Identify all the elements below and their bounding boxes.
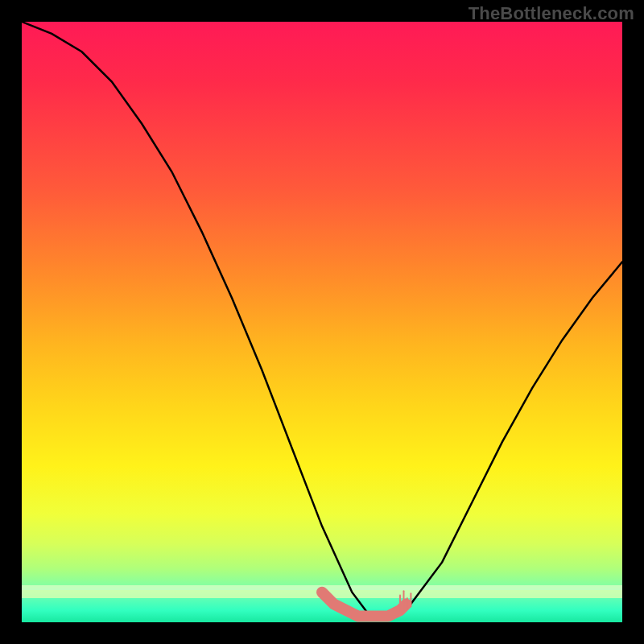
watermark-text: TheBottleneck.com bbox=[469, 3, 634, 24]
flat-bottom-highlight-path bbox=[322, 592, 406, 617]
curve-svg bbox=[22, 22, 622, 622]
plot-area bbox=[22, 22, 622, 622]
v-curve-path bbox=[22, 22, 622, 617]
chart-frame: TheBottleneck.com bbox=[0, 0, 644, 644]
